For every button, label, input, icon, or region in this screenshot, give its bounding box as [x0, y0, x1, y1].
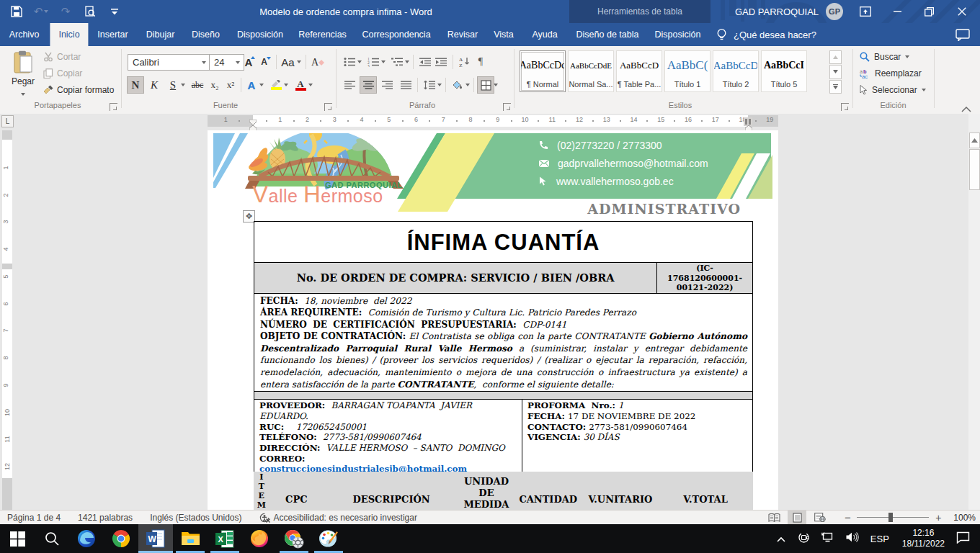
zoom-level[interactable]: 100%: [953, 513, 976, 523]
align-right-button[interactable]: [379, 77, 395, 93]
style-card-t-tulo-2[interactable]: AaBbCcDTítulo 2: [713, 50, 759, 92]
strikethrough-button[interactable]: abc: [188, 77, 207, 93]
paragraph-dialog-launcher[interactable]: [503, 103, 511, 111]
font-name-combo[interactable]: Calibri: [128, 54, 210, 71]
replace-button[interactable]: abac Reemplazar: [860, 68, 922, 78]
read-mode-button[interactable]: [765, 511, 783, 524]
zoom-in-button[interactable]: +: [933, 512, 943, 523]
cut-button[interactable]: Cortar: [43, 52, 81, 62]
taskbar-search-button[interactable]: [35, 524, 69, 553]
tab-disposici-n[interactable]: Disposición: [228, 23, 292, 46]
tray-expand-icon[interactable]: [777, 532, 785, 545]
shading-button[interactable]: [450, 77, 466, 93]
taskbar-chrome-button[interactable]: [104, 524, 138, 553]
taskbar-word-button[interactable]: W: [138, 524, 173, 553]
zoom-slider-thumb[interactable]: [888, 513, 893, 522]
language-indicator[interactable]: ESP: [870, 534, 889, 544]
vertical-ruler[interactable]: 123456789101112: [2, 130, 12, 510]
customize-qat-icon[interactable]: [108, 5, 121, 18]
font-dialog-launcher[interactable]: [324, 103, 332, 111]
page-indicator[interactable]: Página 1 de 4: [7, 513, 61, 523]
onedrive-icon[interactable]: [798, 531, 810, 547]
taskbar-edge-button[interactable]: [69, 524, 104, 553]
tab-insertar[interactable]: Insertar: [89, 23, 136, 46]
taskbar-explorer-button[interactable]: [173, 524, 208, 553]
styles-scroll-down-button[interactable]: [829, 65, 842, 78]
tab-dibujar[interactable]: Dibujar: [138, 23, 184, 46]
horizontal-ruler[interactable]: 123456789101112131415161718191: [208, 115, 778, 127]
close-button[interactable]: [950, 0, 974, 23]
save-icon[interactable]: [10, 5, 23, 18]
subscript-button[interactable]: x₂: [207, 77, 223, 93]
styles-dialog-launcher[interactable]: [841, 103, 849, 111]
print-layout-button[interactable]: [788, 511, 806, 524]
web-layout-button[interactable]: [811, 511, 829, 524]
taskbar-excel-button[interactable]: X: [208, 524, 242, 553]
tab-disposici-n-contextual-12[interactable]: Disposición: [646, 23, 710, 46]
styles-more-button[interactable]: [829, 80, 842, 94]
avatar[interactable]: GP: [826, 3, 843, 20]
taskbar-paint-button[interactable]: [311, 524, 346, 553]
taskbar-start-button[interactable]: [0, 524, 35, 553]
tab-correspondencia[interactable]: Correspondencia: [353, 23, 439, 46]
align-left-button[interactable]: [342, 77, 357, 93]
scroll-up-button[interactable]: [969, 132, 980, 148]
scrollbar-thumb[interactable]: [969, 149, 980, 190]
sort-button[interactable]: AZ: [457, 54, 473, 70]
word-count[interactable]: 1421 palabras: [78, 513, 133, 523]
zoom-slider[interactable]: [857, 511, 929, 524]
paste-button[interactable]: Pegar: [7, 50, 39, 99]
align-center-button[interactable]: [360, 77, 376, 93]
account-area[interactable]: GAD PARROQUIAL GP: [735, 0, 843, 23]
zoom-out-button[interactable]: −: [842, 511, 852, 523]
change-case-button[interactable]: Aa: [279, 54, 303, 70]
restore-button[interactable]: [917, 0, 941, 23]
numbering-button[interactable]: 123: [365, 54, 381, 70]
document-page[interactable]: Valle Hermoso GAD PARROQUIAL (02)2773220…: [208, 130, 778, 510]
show-marks-button[interactable]: ¶: [473, 54, 489, 70]
multilevel-list-button[interactable]: [389, 54, 405, 70]
styles-scroll-up-button[interactable]: [829, 50, 842, 64]
clock[interactable]: 12:16 18/11/2022: [902, 528, 945, 549]
format-painter-button[interactable]: Copiar formato: [43, 85, 114, 95]
tab-referencias[interactable]: Referencias: [290, 23, 355, 46]
font-size-combo[interactable]: 24: [209, 54, 244, 71]
line-spacing-button[interactable]: [422, 77, 437, 93]
accessibility-status[interactable]: Accesibilidad: es necesario investigar: [259, 513, 417, 523]
decrease-indent-button[interactable]: [417, 54, 433, 70]
text-effects-button[interactable]: A: [244, 77, 259, 93]
style-card-t-tulo-1[interactable]: AaBbC(Título 1: [664, 50, 710, 92]
grow-font-button[interactable]: A: [242, 54, 258, 70]
bullets-button[interactable]: [342, 54, 357, 70]
font-color-button[interactable]: A: [293, 77, 308, 93]
tab-dise-o-de-tabla-contextual-11[interactable]: Diseño de tabla: [568, 23, 648, 46]
style-card-normal-sa-[interactable]: AaBbCcDdENormal Sa...: [568, 50, 614, 92]
share-comment-icon[interactable]: [956, 29, 970, 44]
vertical-scrollbar[interactable]: [968, 114, 980, 510]
taskbar-chrome-profile-button[interactable]: [277, 524, 311, 553]
clear-formatting-button[interactable]: A: [308, 54, 327, 70]
italic-button[interactable]: K: [146, 77, 162, 93]
clipboard-dialog-launcher[interactable]: [110, 103, 117, 111]
shrink-font-button[interactable]: A: [258, 54, 274, 70]
tab-inicio[interactable]: Inicio: [50, 23, 88, 46]
volume-icon[interactable]: [846, 532, 859, 545]
table-row-marker[interactable]: [2, 264, 12, 269]
print-preview-icon[interactable]: [84, 5, 97, 18]
tab-dise-o[interactable]: Diseño: [183, 23, 228, 46]
increase-indent-button[interactable]: [433, 54, 449, 70]
tell-me-box[interactable]: ¿Qué desea hacer?: [716, 23, 816, 46]
language-indicator[interactable]: Inglés (Estados Unidos): [150, 513, 241, 523]
tab-ayuda[interactable]: Ayuda: [523, 23, 566, 46]
tab-archivo[interactable]: Archivo: [1, 23, 48, 46]
action-center-icon[interactable]: [956, 531, 970, 547]
taskbar-firefox-button[interactable]: [242, 524, 277, 553]
undo-icon[interactable]: ↶: [35, 5, 48, 18]
redo-icon[interactable]: ↷: [59, 5, 72, 18]
style-card-t-tulo-5[interactable]: AaBbCcITítulo 5: [761, 50, 807, 92]
bold-button[interactable]: N: [128, 77, 143, 93]
network-icon[interactable]: [821, 532, 834, 545]
style-card--normal[interactable]: AaBbCcDc¶ Normal: [520, 50, 566, 92]
justify-button[interactable]: [398, 77, 414, 93]
minimize-button[interactable]: [885, 0, 909, 23]
